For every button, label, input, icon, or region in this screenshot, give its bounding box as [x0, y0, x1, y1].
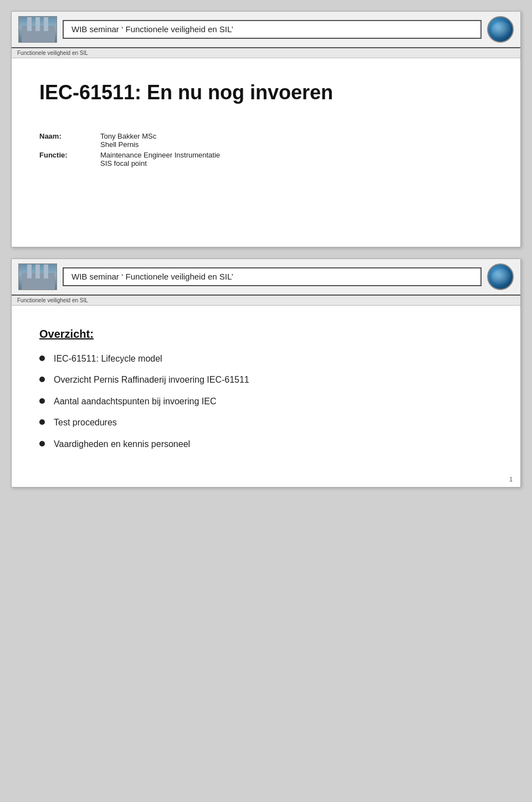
- functie-value-1: Maintenance Engineer Instrumentatie: [100, 151, 493, 159]
- slide-2-bullet-list: IEC-61511: Lifecycle modelOverzicht Pern…: [39, 353, 493, 450]
- bullet-text-0: IEC-61511: Lifecycle model: [54, 353, 162, 365]
- slide-2-subtitle-bar: Functionele veiligheid en SIL: [12, 296, 520, 306]
- page-number: 1: [509, 476, 513, 483]
- slide-2-subtitle: Functionele veiligheid en SIL: [17, 297, 88, 303]
- list-item: Aantal aandachtspunten bij invoering IEC: [39, 395, 493, 408]
- naam-value-1: Tony Bakker MSc: [100, 132, 493, 140]
- bullet-text-2: Aantal aandachtspunten bij invoering IEC: [54, 395, 217, 408]
- slide-1-title-box: WIB seminar ‘ Functionele veiligheid en …: [63, 20, 482, 39]
- naam-label: Naam:: [39, 132, 95, 149]
- slide-1-subtitle-bar: Functionele veiligheid en SIL: [12, 48, 520, 58]
- bullet-dot-icon: [39, 441, 45, 446]
- factory-image-1: [18, 16, 57, 43]
- slide-1-subtitle: Functionele veiligheid en SIL: [17, 50, 88, 56]
- factory-image-2: [18, 263, 57, 290]
- bullet-text-1: Overzicht Pernis Raffinaderij invoering …: [54, 374, 249, 386]
- list-item: IEC-61511: Lifecycle model: [39, 353, 493, 365]
- slide-1: WIB seminar ‘ Functionele veiligheid en …: [11, 11, 521, 247]
- globe-icon-2: [487, 263, 514, 290]
- bullet-dot-icon: [39, 419, 45, 425]
- slide-2-body: Overzicht: IEC-61511: Lifecycle modelOve…: [12, 306, 520, 487]
- list-item: Overzicht Pernis Raffinaderij invoering …: [39, 374, 493, 386]
- slide-2-section-title: Overzicht:: [39, 328, 493, 341]
- slide-1-header-title: WIB seminar ‘ Functionele veiligheid en …: [71, 24, 233, 34]
- slide-1-info-grid: Naam: Tony Bakker MSc Shell Pernis Funct…: [39, 132, 493, 167]
- bullet-text-3: Test procedures: [54, 417, 117, 429]
- list-item: Vaardigheden en kennis personeel: [39, 438, 493, 450]
- naam-value-2: Shell Pernis: [100, 140, 493, 149]
- functie-label: Functie:: [39, 151, 95, 167]
- slide-2: WIB seminar ‘ Functionele veiligheid en …: [11, 258, 521, 488]
- slide-2-title-box: WIB seminar ‘ Functionele veiligheid en …: [63, 267, 482, 286]
- naam-value-block: Tony Bakker MSc Shell Pernis: [100, 132, 493, 149]
- slide-1-header: WIB seminar ‘ Functionele veiligheid en …: [12, 12, 520, 48]
- bullet-text-4: Vaardigheden en kennis personeel: [54, 438, 190, 450]
- bullet-dot-icon: [39, 356, 45, 361]
- slide-1-main-title: IEC-61511: En nu nog invoeren: [39, 80, 493, 104]
- functie-value-2: SIS focal point: [100, 159, 493, 167]
- list-item: Test procedures: [39, 417, 493, 429]
- slide-1-body: IEC-61511: En nu nog invoeren Naam: Tony…: [12, 58, 520, 247]
- bullet-dot-icon: [39, 377, 45, 382]
- slide-2-header: WIB seminar ‘ Functionele veiligheid en …: [12, 259, 520, 296]
- bullet-dot-icon: [39, 398, 45, 404]
- globe-icon-1: [487, 16, 514, 43]
- functie-value-block: Maintenance Engineer Instrumentatie SIS …: [100, 151, 493, 167]
- slide-2-header-title: WIB seminar ‘ Functionele veiligheid en …: [71, 272, 233, 281]
